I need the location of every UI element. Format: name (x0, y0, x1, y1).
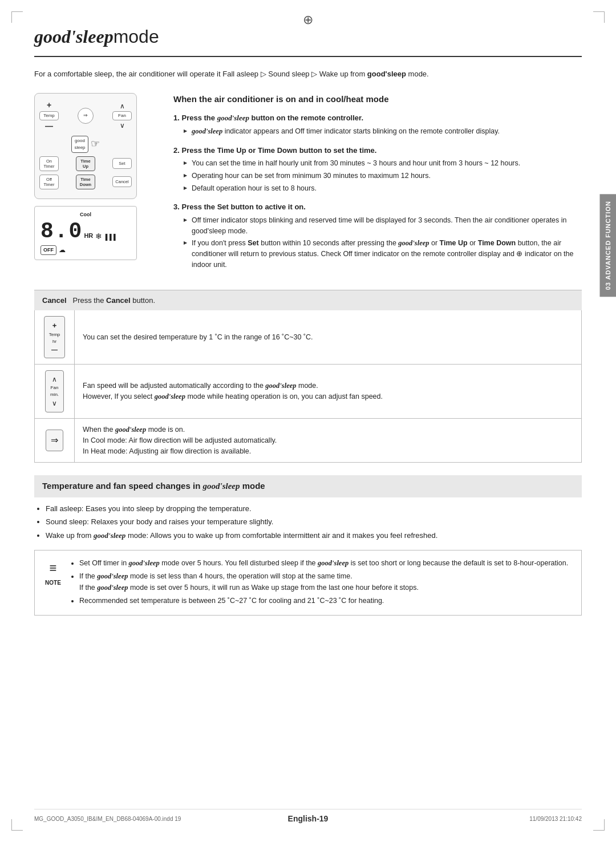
temp-heading-goodsleep: good'sleep (202, 481, 240, 491)
remote-plus-icon: + (47, 99, 51, 111)
remote-airflow-btn: ⇒ (78, 108, 94, 124)
table-cell-airflow-icon: ⇒ (35, 419, 75, 463)
temp-bullet-3: Wake up from good'sleep mode: Allows you… (46, 530, 582, 541)
step3-bullet-2: If you don't press Set button within 10 … (184, 238, 582, 270)
note-i2-goodsleep2: good'sleep (97, 584, 128, 592)
right-column: When the air conditioner is on and in co… (173, 93, 582, 278)
side-tab: 03 ADVANCED FUNCTION (600, 194, 617, 297)
temp-label: Temphr (49, 331, 60, 345)
fan-up-arrow: ∧ (50, 374, 59, 384)
table-fan-goodsleep2: good'sleep (155, 392, 185, 400)
remote-offtimer-cell: OffTimer (39, 175, 59, 189)
step2-bullet-2: Operating hour can be set from minimum 3… (184, 171, 582, 181)
remote-timeup-cell: TimeUp (76, 156, 95, 171)
remote-offtimer-btn: OffTimer (39, 175, 59, 189)
cancel-note: Cancel Press the Cancel button. (34, 290, 582, 311)
remote-fan-down-icon: ∨ (120, 120, 125, 131)
table-cell-fan-text: Fan speed will be adjusted automatically… (75, 365, 582, 419)
temp-plus-icon: + (49, 320, 60, 331)
title-mode: mode (114, 26, 159, 47)
display-signal-icon: ▐▐▐ (103, 234, 115, 240)
remote-cancel-btn: Cancel (112, 176, 132, 187)
intro-text: For a comfortable sleep, the air conditi… (34, 68, 582, 80)
fan-label: Fanmin. (50, 384, 59, 398)
step1-b1-goodsleep: good'sleep (192, 127, 222, 135)
remote-row-3: OffTimer TimeDown Cancel (39, 175, 132, 189)
note-content: Set Off timer in good'sleep mode over 5 … (70, 557, 568, 608)
footer-timestamp: 11/09/2013 21:10:42 (399, 815, 582, 823)
display-cool-label: Cool (40, 211, 131, 219)
note-icon-col: ≡ NOTE (43, 557, 63, 608)
remote-fan-cell: ∧ Fan ∨ (112, 101, 132, 131)
remote-row-1: + Temp — ⇒ ∧ Fan ∨ (39, 99, 132, 132)
step3-title: Press the Set button to active it on. (181, 203, 305, 211)
step3-b2-timeup: Time Up (440, 239, 468, 247)
remote-row-2: OnTimer TimeUp Set (39, 156, 132, 171)
corner-mark-bl (11, 819, 23, 831)
remote-goodsleep-btn: goodsleep (71, 136, 88, 153)
remote-set-cell: Set (112, 158, 132, 169)
remote-timeup-btn: TimeUp (76, 156, 95, 171)
remote-timedown-btn: TimeDown (76, 175, 95, 189)
temp-bullet-2: Sound sleep: Relaxes your body and raise… (46, 516, 582, 528)
fan-down-arrow: ∨ (50, 398, 59, 408)
note-list: Set Off timer in good'sleep mode over 5 … (79, 557, 568, 606)
cancel-note-label: Cancel (42, 296, 67, 305)
cancel-note-bold: Cancel (106, 296, 131, 305)
remote-cancel-cell: Cancel (112, 176, 132, 187)
temp-bullet-1: Fall asleep: Eases you into sleep by dro… (46, 503, 582, 515)
display-off-row: OFF ☁ (40, 245, 131, 255)
note-i1-goodsleep: good'sleep (129, 559, 160, 567)
step2-bullet-1: You can set the time in half hourly unit… (184, 158, 582, 169)
display-off-label: OFF (40, 245, 56, 256)
temp-minus-icon: — (49, 345, 60, 355)
table-row-fan: ∧ Fanmin. ∨ Fan speed will be adjusted a… (35, 365, 582, 419)
main-layout: + Temp — ⇒ ∧ Fan ∨ goodsleep ☞ (34, 93, 582, 278)
table-cell-temp-icon: + Temphr — (35, 310, 75, 365)
page-number: English-19 (217, 813, 399, 825)
step3-b2-timedown: Time Down (478, 239, 516, 247)
display-snowflake-icon: ❄ (95, 232, 102, 240)
step1-bullets: good'sleep indicator appears and Off tim… (184, 126, 582, 137)
remote-temp-cell: + Temp — (39, 99, 59, 132)
note-i1-goodsleep2: good'sleep (318, 559, 348, 567)
step2: 2. Press the Time Up or Time Down button… (173, 145, 582, 194)
step2-timeup: Time Up (217, 146, 246, 155)
table-row-temp: + Temphr — You can set the desired tempe… (35, 310, 582, 365)
step2-bullet-3: Default operation hour is set to 8 hours… (184, 183, 582, 194)
section1-heading: When the air conditioner is on and in co… (173, 93, 582, 106)
display-hr-label: HR (84, 233, 93, 239)
step1-bullet-1: good'sleep indicator appears and Off tim… (184, 126, 582, 137)
step1-title: Press the good'sleep button on the remot… (181, 114, 363, 122)
step3-bullet-1: Off timer indicator stops blinking and r… (184, 215, 582, 237)
corner-mark-tl (11, 11, 23, 23)
display-number: 8.0 (40, 221, 83, 242)
remote-fan-up-icon: ∧ (120, 101, 125, 111)
table-air-goodsleep: good'sleep (115, 426, 146, 434)
corner-mark-br (593, 819, 605, 831)
remote-fan-btn: Fan (112, 111, 132, 120)
step1-num: 1. (173, 114, 180, 122)
step2-num: 2. (173, 146, 180, 155)
note-box: ≡ NOTE Set Off timer in good'sleep mode … (34, 550, 582, 616)
step2-timedown: Time Down (258, 146, 297, 155)
corner-mark-tr (593, 11, 605, 23)
table-cell-temp-text: You can set the desired temperature by 1… (75, 310, 582, 365)
step2-title-row: 2. Press the Time Up or Time Down button… (173, 145, 582, 156)
remote-set-btn: Set (112, 158, 132, 169)
step3-bullets: Off timer indicator stops blinking and r… (184, 215, 582, 270)
temp-bullets: Fall asleep: Eases you into sleep by dro… (46, 503, 582, 541)
step3-b2-set: Set (248, 239, 258, 247)
step3-num: 3. (173, 203, 180, 211)
step1: 1. Press the good'sleep button on the re… (173, 112, 582, 136)
display-number-row: 8.0 HR ❄ ▐▐▐ (40, 221, 131, 242)
remote-row-goodsleep: goodsleep ☞ (39, 136, 132, 153)
temp-section: Temperature and fan speed changes in goo… (34, 475, 582, 541)
note-i2-goodsleep: good'sleep (97, 572, 128, 580)
step2-bullets: You can set the time in half hourly unit… (184, 158, 582, 193)
airflow-icon: ⇒ (46, 430, 63, 451)
note-doc-icon: ≡ (43, 557, 63, 577)
fan-icon: ∧ Fanmin. ∨ (45, 370, 64, 412)
step3-set: Set (217, 203, 229, 211)
table-cell-airflow-text: When the good'sleep mode is on. In Cool … (75, 419, 582, 463)
